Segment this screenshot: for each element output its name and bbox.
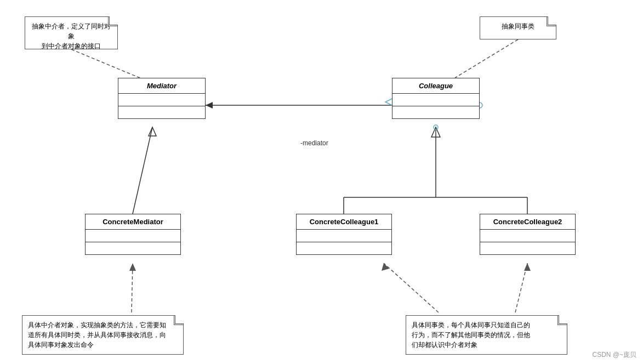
concrete-colleague-note-text: 具体同事类，每个具体同事只知道自己的行为，而不了解其他同事类的情况，但他们却都认… xyxy=(412,320,561,350)
watermark: CSDN @~庞贝 xyxy=(592,350,636,360)
svg-line-1 xyxy=(455,39,518,78)
concrete-mediator-title: ConcreteMediator xyxy=(86,214,180,230)
concrete-colleague2-class: ConcreteColleague2 xyxy=(480,214,576,255)
concrete-mediator-class: ConcreteMediator xyxy=(85,214,181,255)
mediator-class: Mediator xyxy=(118,78,206,119)
diagram-container: Mediator Colleague ConcreteMediator Conc… xyxy=(0,0,643,364)
mediator-section-1 xyxy=(118,94,205,106)
mediator-class-title: Mediator xyxy=(118,78,205,94)
mediator-section-2 xyxy=(118,106,205,118)
concrete-colleague1-section-2 xyxy=(297,242,391,254)
mediator-note-text: 抽象中介者，定义了同时对象到中介者对象的接口 xyxy=(31,21,112,51)
colleague-section-2 xyxy=(392,106,479,118)
svg-line-0 xyxy=(71,49,140,78)
concrete-colleague1-class: ConcreteColleague1 xyxy=(296,214,392,255)
diagram-svg xyxy=(0,0,643,364)
concrete-colleague1-title: ConcreteColleague1 xyxy=(297,214,391,230)
concrete-colleague2-section-1 xyxy=(480,230,575,242)
svg-marker-3 xyxy=(206,102,213,109)
colleague-note: 抽象同事类 xyxy=(480,16,556,39)
colleague-class-title: Colleague xyxy=(392,78,479,94)
colleague-class: Colleague xyxy=(392,78,480,119)
concrete-colleague-note: 具体同事类，每个具体同事只知道自己的行为，而不了解其他同事类的情况，但他们却都认… xyxy=(406,315,567,355)
mediator-note: 抽象中介者，定义了同时对象到中介者对象的接口 xyxy=(25,16,118,49)
mediator-label: -mediator xyxy=(300,139,328,147)
svg-marker-15 xyxy=(129,263,136,271)
svg-marker-19 xyxy=(524,263,531,271)
concrete-mediator-section-2 xyxy=(86,242,180,254)
concrete-colleague2-section-2 xyxy=(480,242,575,254)
concrete-mediator-note: 具体中介者对象，实现抽象类的方法，它需要知道所有具体同时类，并从具体同事接收消息… xyxy=(22,315,184,355)
concrete-mediator-section-1 xyxy=(86,230,180,242)
svg-line-16 xyxy=(384,263,439,312)
concrete-colleague1-section-1 xyxy=(297,230,391,242)
concrete-colleague2-title: ConcreteColleague2 xyxy=(480,214,575,230)
svg-line-6 xyxy=(133,127,152,214)
colleague-section-1 xyxy=(392,94,479,106)
colleague-note-text: 抽象同事类 xyxy=(486,21,550,31)
concrete-mediator-note-text: 具体中介者对象，实现抽象类的方法，它需要知道所有具体同时类，并从具体同事接收消息… xyxy=(28,320,178,350)
